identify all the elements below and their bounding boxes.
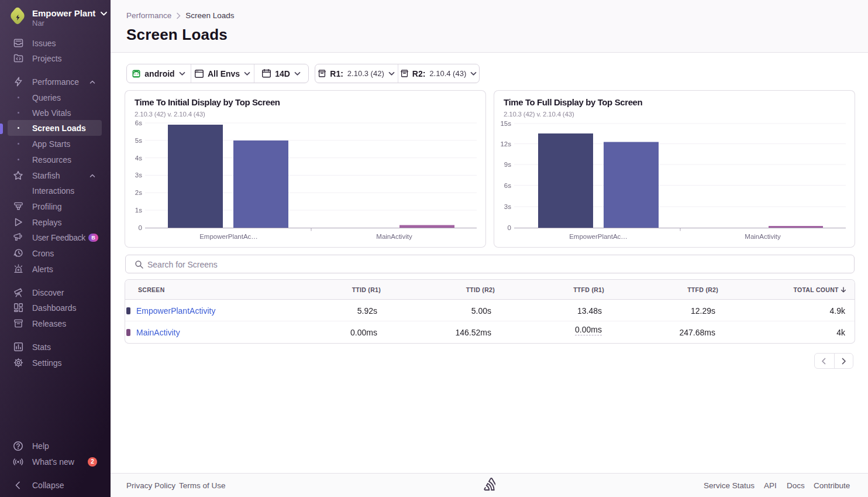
svg-text:5s: 5s xyxy=(135,137,142,144)
svg-text:0: 0 xyxy=(508,224,511,231)
svg-text:MainActivity: MainActivity xyxy=(376,233,412,240)
svg-text:1s: 1s xyxy=(135,207,142,214)
svg-text:6s: 6s xyxy=(135,119,142,126)
svg-text:2s: 2s xyxy=(135,189,142,196)
svg-text:12s: 12s xyxy=(500,140,511,148)
svg-text:3s: 3s xyxy=(504,203,511,210)
svg-text:15s: 15s xyxy=(500,120,511,127)
svg-text:EmpowerPlantAc…: EmpowerPlantAc… xyxy=(199,233,258,240)
svg-text:9s: 9s xyxy=(504,161,511,168)
svg-text:3s: 3s xyxy=(135,172,142,179)
svg-text:6s: 6s xyxy=(504,182,511,189)
svg-text:MainActivity: MainActivity xyxy=(745,233,781,240)
svg-text:EmpowerPlantAc…: EmpowerPlantAc… xyxy=(569,233,628,240)
svg-text:0: 0 xyxy=(139,224,142,231)
svg-text:4s: 4s xyxy=(135,155,142,162)
